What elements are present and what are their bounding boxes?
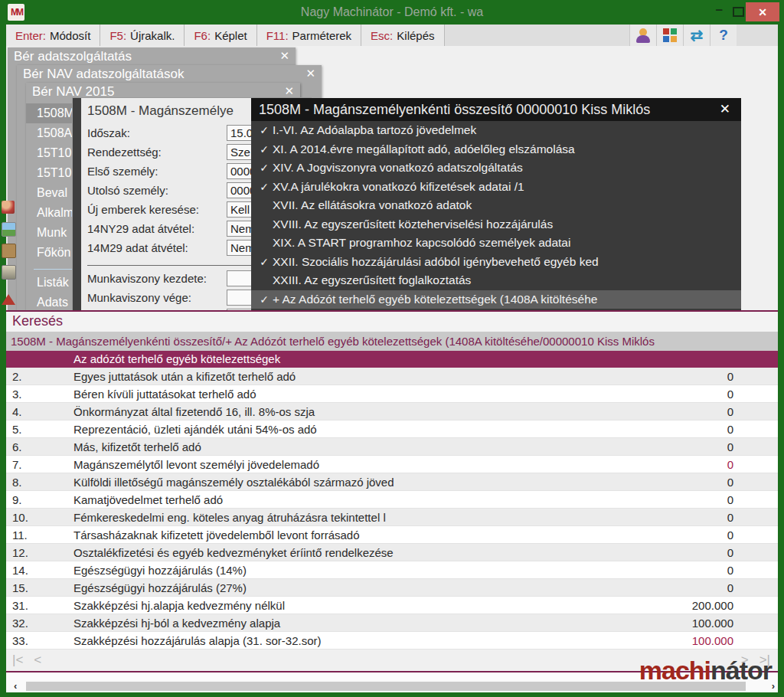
row-label: Kamatjövedelmet terhelő adó (74, 493, 588, 506)
toolbar: Enter: Módosít F5: Újrakalk. F6: Képlet … (6, 25, 778, 47)
row-value: 0 (588, 405, 778, 418)
row-number: 7. (6, 458, 74, 471)
checkmark-icon: ✓ (256, 181, 273, 193)
maximize-button[interactable] (733, 7, 744, 17)
row-value: 0 (588, 546, 778, 559)
table-row[interactable]: 10. Fémkereskedelmi eng. köteles anyag á… (6, 509, 778, 526)
table-row[interactable]: 4. Önkormányzat által fizetendő 16, ill.… (6, 403, 778, 420)
close-button[interactable]: ✕ (746, 2, 779, 21)
sidebar-item-label: Listák (37, 276, 69, 289)
row-number: 3. (6, 388, 74, 401)
table-row[interactable]: 11. Társasházaknak kifizetett jövedelemb… (6, 526, 778, 544)
toolbar-button[interactable]: F5: Újrakalk. (100, 25, 185, 46)
table-row[interactable]: 7. Magánszemélytől levont személyi jöved… (6, 456, 778, 473)
row-label: Magánszemélytől levont személyi jövedele… (74, 458, 588, 471)
picture-icon[interactable] (2, 222, 16, 237)
section-menu-item[interactable]: ✓ I.-VI. Az Adóalapba tartozó jövedelmek (251, 121, 741, 140)
window-person-summary: 1508M - Magánszemélyenkénti összesítő 00… (251, 98, 741, 310)
checkmark-icon: ✓ (256, 124, 273, 136)
checkmark-icon: ✓ (256, 256, 273, 268)
section-menu-label: XXIII. Az egyszerűsített foglalkoztatás (273, 273, 471, 287)
user-button[interactable] (629, 25, 656, 46)
window-title-text: Bér NAV adatszolgáltatások (23, 67, 184, 82)
section-menu-item[interactable]: ✓ XI. A 2014.évre megállapított adó, adó… (251, 140, 741, 159)
sidebar-item-label: Főkön (37, 246, 70, 259)
row-label: Egyes juttatások után a kifizetőt terhel… (74, 370, 588, 383)
section-menu-label: XXII. Szociális hozzájárulási adóból igé… (273, 255, 599, 269)
table-row[interactable]: 32. Szakképzési hj-ból a kedvezmény alap… (6, 614, 778, 632)
sidebar-item-label: Alkalm (37, 206, 74, 219)
machinator-logo: machinátor (639, 657, 772, 683)
toolbar-button-key: F11: (266, 29, 289, 42)
help-button[interactable]: ? (710, 25, 737, 46)
row-label: Más, kifizetőt terhelő adó (74, 440, 588, 453)
horizontal-scrollbar[interactable]: ‹ › (6, 680, 778, 692)
first-record-icon[interactable]: |< (12, 653, 23, 668)
close-icon[interactable]: ✕ (720, 101, 730, 117)
field-label: Utolsó személy: (87, 184, 168, 197)
table-row[interactable]: 5. Reprezentáció, üzleti ajándék utáni 5… (6, 420, 778, 438)
row-number: 5. (6, 423, 74, 436)
close-icon[interactable]: ✕ (305, 67, 315, 80)
sync-button[interactable]: ⇄ (683, 25, 710, 46)
table-row[interactable]: 14. Egészségügyi hozzájárulás (14%) 0 (6, 561, 778, 579)
checkmark-icon: ✓ (256, 293, 273, 306)
table-row[interactable]: 9. Kamatjövedelmet terhelő adó 0 (6, 491, 778, 509)
toolbar-button-key: Enter: (15, 29, 46, 42)
field-label: 14M29 adat átvétel: (87, 241, 188, 254)
toolbar-button[interactable]: F11: Parméterek (257, 25, 361, 46)
scroll-left-icon[interactable]: ‹ (14, 680, 17, 692)
row-label: Egészségügyi hozzájárulás (27%) (74, 581, 588, 594)
row-number: 11. (6, 528, 74, 542)
row-label: Osztalékfizetési és egyéb kedvezményket … (74, 546, 588, 559)
table-row[interactable]: 33. Szakképzési hozzájárulás alapja (31.… (6, 632, 778, 650)
money-icon[interactable] (2, 265, 16, 280)
package-icon[interactable] (2, 244, 16, 258)
section-menu-item[interactable]: ✓ XIV. A Jogviszonyra vonatkozó adatszol… (251, 159, 741, 178)
row-number: 33. (6, 634, 74, 647)
row-number: 8. (6, 476, 74, 489)
table-row[interactable]: 15. Egészségügyi hozzájárulás (27%) 0 (6, 579, 778, 597)
table-row[interactable]: 2. Egyes juttatások után a kifizetőt ter… (6, 368, 778, 385)
sync-arrows-icon: ⇄ (691, 28, 704, 43)
red-flag-icon[interactable] (2, 294, 15, 305)
toolbar-button[interactable]: Enter: Módosít (6, 25, 100, 46)
section-menu-item[interactable]: XVIII. Az egyszerűsített közteherviselés… (251, 215, 741, 234)
row-value: 0 (588, 388, 778, 401)
toolbar-button[interactable]: Esc: Kilépés (361, 25, 444, 46)
person-summary-title-bar: 1508M - Magánszemélyenkénti összesítő 00… (251, 98, 741, 121)
window-title-bar: Bér adatszolgáltatás ✕ (8, 47, 296, 65)
minimize-button[interactable]: – (716, 2, 723, 18)
section-menu-item[interactable]: XIX. A START programhoz kapcsolódó szemé… (251, 234, 741, 253)
row-number: 12. (6, 546, 74, 559)
toolbar-button[interactable]: F6: Képlet (185, 25, 256, 46)
row-value: 0 (588, 370, 778, 383)
section-menu-item[interactable]: ✓ XXII. Szociális hozzájárulási adóból i… (251, 253, 741, 272)
table-row[interactable]: 8. Külföldi illetőségű magánszemély oszt… (6, 473, 778, 491)
apps-button[interactable] (656, 25, 683, 46)
sidebar-item-label: Munk (37, 226, 67, 239)
field-label: Időszak: (87, 126, 130, 139)
row-label: Szakképzési hozzájárulás alapja (31. sor… (74, 634, 588, 647)
scroll-right-icon[interactable]: › (772, 680, 775, 692)
section-menu-item[interactable]: XVII. Az ellátásokra vonatkozó adatok (251, 196, 741, 215)
row-number: 15. (6, 581, 74, 594)
prev-record-icon[interactable]: < (34, 653, 41, 668)
table-row[interactable]: 31. Szakképzési hj.alapja kedvezmény nél… (6, 597, 778, 614)
row-label: Külföldi illetőségű magánszemély osztalé… (74, 476, 588, 489)
close-icon[interactable]: ✕ (284, 84, 294, 98)
section-menu-item[interactable]: ✓ + Az Adózót terhelő egyéb kötelezettsé… (251, 290, 741, 309)
table-row[interactable]: 12. Osztalékfizetési és egyéb kedvezmény… (6, 544, 778, 561)
sidebar-item-label: Adats (37, 296, 68, 309)
row-label: Társasházaknak kifizetett jövedelemből l… (74, 528, 588, 542)
close-icon[interactable]: ✕ (279, 49, 289, 63)
apps-grid-icon (663, 28, 677, 42)
toolbar-icon-group: ⇄ ? (629, 25, 737, 46)
section-menu-item[interactable]: XXIII. Az egyszerűsített foglalkoztatás (251, 271, 741, 290)
section-menu-item[interactable]: ✓ XV.A járulékokra vonatkozó kifizetések… (251, 178, 741, 197)
table-row[interactable]: 6. Más, kifizetőt terhelő adó 0 (6, 438, 778, 456)
window-title-bar: Bér NAV adatszolgáltatások ✕ (17, 65, 322, 83)
table-row[interactable]: 3. Béren kívüli juttatásokat terhelő adó… (6, 385, 778, 403)
scrollbar-thumb[interactable] (26, 682, 746, 691)
flask-icon[interactable] (2, 201, 15, 214)
